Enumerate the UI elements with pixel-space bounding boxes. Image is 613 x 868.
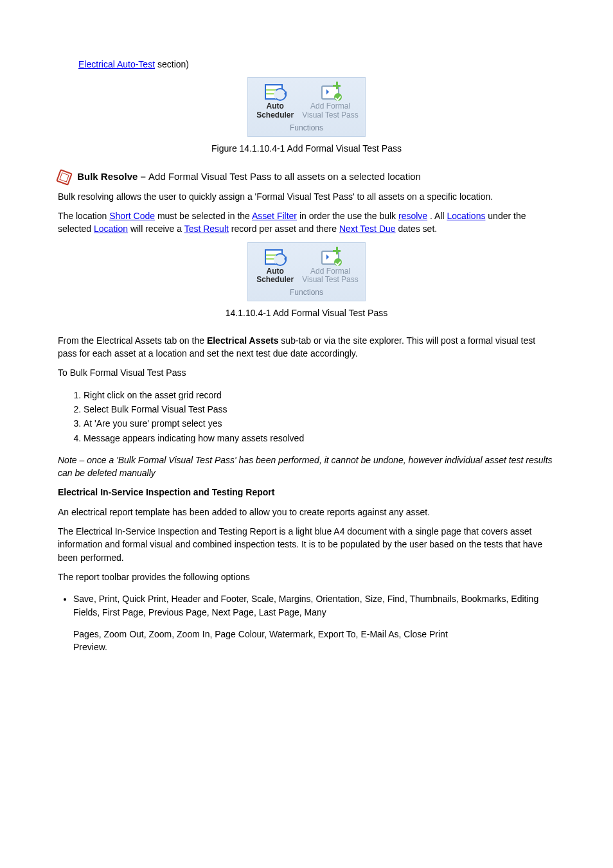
ribbon-group-label-2: Functions: [290, 287, 323, 298]
text: will receive a: [130, 224, 184, 234]
ribbon-functions-group: Auto Scheduler Add Formal Visual Test Pa…: [247, 77, 366, 137]
bulk-resolve-heading-sub: Add Formal Visual Test Pass to all asset…: [148, 171, 421, 182]
report-toolbar-intro: The report toolbar provides the followin…: [58, 571, 555, 583]
asset-filter-link[interactable]: Asset Filter: [252, 211, 297, 221]
intro-line: Electrical Auto-Test section): [78, 58, 555, 71]
note-text: Note – once a 'Bulk Formal Visual Test P…: [58, 455, 553, 478]
bulk-resolve-heading: Bulk Resolve – Add Formal Visual Test Pa…: [58, 170, 555, 184]
step-item: Select Bulk Formal Visual Test Pass: [84, 403, 555, 416]
calendar-cycle-icon: [263, 82, 287, 101]
auto-scheduler-button[interactable]: Auto Scheduler: [254, 82, 296, 120]
text: The location: [58, 211, 109, 221]
auto-scheduler-label-1: Auto: [267, 102, 284, 111]
step-item: Message appears indicating how many asse…: [84, 432, 555, 445]
add-formal-label-1: Add Formal: [310, 267, 350, 276]
locations-link[interactable]: Locations: [447, 211, 486, 221]
step-item: Right click on the asset grid record: [84, 389, 555, 402]
steps-intro: To Bulk Formal Visual Test Pass: [58, 366, 555, 379]
report-p2: The Electrical In-Service Inspection and…: [58, 525, 555, 564]
report-toolbar-list: Save, Print, Quick Print, Header and Foo…: [58, 592, 555, 619]
figure-2: Auto Scheduler Add Formal Visual Test Pa…: [58, 242, 555, 302]
text: record per asset and there: [231, 224, 339, 234]
add-formal-label-1: Add Formal: [310, 102, 350, 111]
report-heading-text: Electrical In-Service Inspection and Tes…: [58, 487, 274, 497]
step-item: At 'Are you sure' prompt select yes: [84, 417, 555, 430]
figure-1-caption: Figure 14.1.10.4-1 Add Formal Visual Tes…: [58, 142, 555, 155]
add-formal-label-2: Visual Test Pass: [302, 111, 359, 120]
bulk-resolve-p1: Bulk resolving allows the user to quickl…: [58, 190, 555, 203]
bulk-resolve-p2: The location Short Code must be selected…: [58, 209, 555, 236]
section-badge-icon: [56, 169, 73, 186]
toolbar-line: Save, Print, Quick Print, Header and Foo…: [73, 592, 555, 619]
monitor-check-plus-icon: [319, 247, 342, 266]
auto-scheduler-label-2: Scheduler: [256, 111, 294, 120]
toolbar-line-2: Pages, Zoom Out, Zoom, Zoom In, Page Col…: [58, 628, 555, 641]
text: in order the use the bulk: [299, 211, 398, 221]
test-result-link[interactable]: Test Result: [184, 224, 229, 234]
add-formal-label-2: Visual Test Pass: [302, 276, 359, 285]
text: . All: [430, 211, 447, 221]
bulk-resolve-heading-main: Bulk Resolve –: [77, 171, 148, 182]
location-link[interactable]: Location: [94, 224, 128, 234]
add-formal-visual-test-pass-button-2[interactable]: Add Formal Visual Test Pass: [302, 247, 359, 285]
report-heading: Electrical In-Service Inspection and Tes…: [58, 486, 555, 499]
electrical-assets-bold: Electrical Assets: [207, 335, 279, 346]
steps-list: Right click on the asset grid record Sel…: [58, 389, 555, 445]
add-formal-visual-test-pass-button[interactable]: Add Formal Visual Test Pass: [302, 82, 359, 120]
text: dates set.: [398, 224, 437, 234]
electrical-auto-test-link[interactable]: Electrical Auto-Test: [78, 59, 155, 69]
resolve-link[interactable]: resolve: [398, 211, 427, 221]
text: must be selected in the: [157, 211, 252, 221]
bulk-resolve-note: Note – once a 'Bulk Formal Visual Test P…: [58, 454, 555, 480]
auto-scheduler-label-2: Scheduler: [256, 276, 294, 285]
report-p1: An electrical report template has been a…: [58, 506, 555, 518]
bulk-resolve-p4: From the Electrical Assets tab on the El…: [58, 334, 555, 360]
figure-1: Auto Scheduler Add Formal Visual Test Pa…: [58, 77, 555, 137]
auto-scheduler-label-1: Auto: [267, 267, 284, 276]
ribbon-group-label: Functions: [290, 123, 323, 134]
calendar-cycle-icon: [263, 247, 287, 266]
monitor-check-plus-icon: [319, 82, 342, 101]
auto-scheduler-button-2[interactable]: Auto Scheduler: [254, 247, 296, 285]
ribbon-functions-group-2: Auto Scheduler Add Formal Visual Test Pa…: [247, 242, 366, 302]
text: From the Electrical Assets tab on the: [58, 335, 207, 346]
short-code-link[interactable]: Short Code: [109, 211, 155, 221]
figure-2-caption: 14.1.10.4-1 Add Formal Visual Test Pass: [58, 306, 555, 319]
next-test-due-link[interactable]: Next Test Due: [339, 224, 396, 234]
intro-tail: section): [155, 59, 189, 69]
toolbar-line-3: Preview.: [58, 641, 555, 653]
